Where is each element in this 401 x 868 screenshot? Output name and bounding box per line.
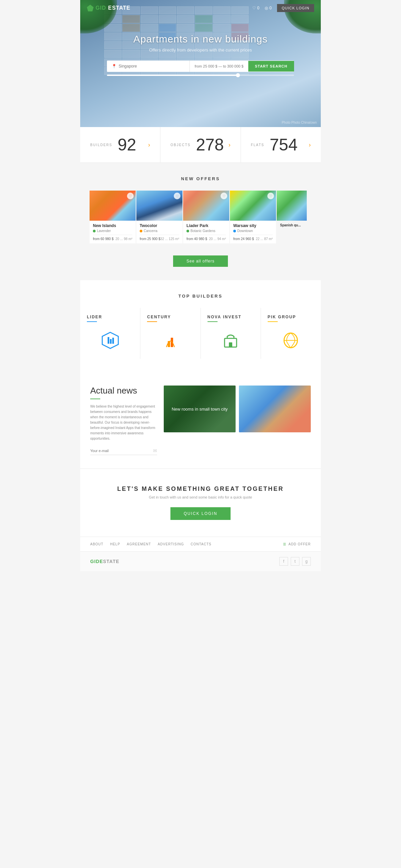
offer-price-3: from 40 980 $ [187,237,207,241]
builder-lider-name: LIDER [87,315,133,319]
offer-info-4: Warsaw sity Downtown from 24 960 $ 22 ..… [230,221,276,243]
cta-subtitle: Get in touch with us and send some basic… [87,495,314,499]
flats-number: 754 [270,136,297,153]
offer-location-1: Lavender [93,229,132,233]
plus-icon: ☰ [283,542,287,546]
offer-size-4: 22 ... 87 m² [256,237,273,241]
logo[interactable]: GIDESTATE [87,5,130,11]
email-input-wrap: ✉ [90,448,157,455]
stat-objects: OBJECTS 278 › [160,127,241,162]
top-builders-section: TOP BUILDERS LIDER CENTURY [80,280,321,372]
range-slider-thumb[interactable] [236,73,240,77]
add-offer-button[interactable]: ☰ ADD OFFER [283,542,311,546]
footer-nav: ABOUT HELP AGREEMENT ADVERTISING CONTACT… [80,537,321,551]
email-icon: ✉ [153,448,157,454]
svg-rect-2 [110,339,111,344]
location-dot-3 [187,230,189,232]
builder-pik-group-name: PIK GROUP [268,315,314,319]
offer-image-5 [277,191,307,221]
top-builders-title: TOP BUILDERS [80,293,321,299]
offer-location-4: Downtown [233,229,273,233]
offer-favorite-1[interactable]: ♡ [127,193,134,199]
location-dot-4 [233,230,236,232]
flats-label: FLATS [251,143,264,147]
footer-link-help[interactable]: HELP [110,542,120,546]
stats-section: BUILDERS 92 › OBJECTS 278 › FLATS 754 › [80,127,321,163]
news-image-overlay-1: New rooms in small town city [164,385,236,432]
news-image-1[interactable]: New rooms in small town city [164,385,236,432]
flats-arrow[interactable]: › [309,142,311,149]
footer-logo-estate: STATE [103,559,119,564]
news-image-text-1: New rooms in small town city [168,407,231,412]
offer-info-3: Liader Park Botanic Gardens from 40 980 … [183,221,229,243]
builder-century[interactable]: CENTURY [140,308,201,359]
eye-icon: ◎ [265,6,268,10]
news-left-panel: Actual news We believe the highest level… [90,385,157,455]
nova-invest-logo-icon [222,332,239,349]
offer-price-1: from 60 980 $ [93,237,113,241]
lider-logo-icon [102,332,119,349]
builder-century-name: CENTURY [147,315,194,319]
news-image-2[interactable] [239,385,311,432]
social-button-3[interactable]: g [302,557,311,566]
builder-nova-invest-underline [207,321,218,322]
objects-label: OBJECTS [170,143,191,147]
stat-builders: BUILDERS 92 › [80,127,160,162]
footer-links: ABOUT HELP AGREEMENT ADVERTISING CONTACT… [90,542,211,546]
offer-card-1[interactable]: ♡ New Islands Lavender from 60 980 $ 20 … [90,191,136,243]
search-location: 📍 [107,61,190,72]
footer-logo-gid: GIDE [90,559,103,564]
see-all-button[interactable]: See all offers [173,255,228,267]
offer-name-3: Liader Park [187,223,226,228]
quick-login-button[interactable]: QUICK LOGIN [277,4,314,12]
search-location-input[interactable] [119,61,185,72]
price-from: from 25 000 $ [195,64,217,68]
offer-card-4[interactable]: ♡ Warsaw sity Downtown from 24 960 $ 22 … [230,191,276,243]
cta-title: LET'S MAKE SOMETHING GREAT TOGETHER [87,486,314,493]
offer-meta-4: from 24 960 $ 22 ... 87 m² [233,235,273,241]
header-right: ♡ 0 ◎ 0 QUICK LOGIN [252,4,314,12]
offer-price-2: from 25 900 $ [140,237,160,241]
offer-name-2: Twocolor [140,223,179,228]
price-to: to 300 000 $ [223,64,243,68]
builder-lider-underline [87,321,97,322]
builders-arrow[interactable]: › [148,142,150,149]
footer-link-agreement[interactable]: AGREEMENT [127,542,151,546]
offer-favorite-2[interactable]: ♡ [174,193,180,199]
offer-meta-2: from 25 900 $ 32 ... 125 m² [140,235,179,241]
builder-pik-group[interactable]: PIK GROUP [261,308,321,359]
offers-scroll: ♡ New Islands Lavender from 60 980 $ 20 … [80,191,321,249]
price-range-slider[interactable] [107,74,294,76]
footer-link-advertising[interactable]: ADVERTISING [158,542,184,546]
offer-favorite-3[interactable]: ♡ [221,193,227,199]
social-button-2[interactable]: t [291,557,299,566]
range-slider-fill [107,74,238,76]
builder-nova-invest-name: NOVA INVEST [207,315,254,319]
offer-card-5[interactable]: Spanish qu... [277,191,307,243]
offer-card-2[interactable]: ♡ Twocolor Cancerra from 25 900 $ 32 ...… [136,191,182,243]
news-section: Actual news We believe the highest level… [80,372,321,468]
search-button[interactable]: START SEARCH [248,61,294,71]
offer-card-3[interactable]: ♡ Liader Park Botanic Gardens from 40 98… [183,191,229,243]
objects-arrow[interactable]: › [229,142,231,149]
social-button-1[interactable]: f [279,557,288,566]
builder-lider[interactable]: LIDER [80,308,140,359]
news-description: We believe the highest level of engageme… [90,404,157,441]
news-title: Actual news [90,385,157,396]
footer-logo[interactable]: GIDESTATE [90,559,119,564]
builders-label: BUILDERS [90,143,112,147]
footer-link-about[interactable]: ABOUT [90,542,103,546]
views-group: ◎ 0 [265,6,272,10]
offer-favorite-4[interactable]: ♡ [267,193,274,199]
builder-nova-invest[interactable]: NOVA INVEST [201,308,261,359]
logo-gid-text: GID [96,5,106,11]
new-offers-section: NEW OFFERS ♡ New Islands Lavender from 6… [80,163,321,280]
location-dot-1 [93,230,96,232]
new-offers-title: NEW OFFERS [80,176,321,181]
cta-quick-login-button[interactable]: QUICK LOGIN [170,507,231,520]
email-input[interactable] [90,449,153,453]
builders-grid: LIDER CENTURY [80,308,321,359]
footer-link-contacts[interactable]: CONTACTS [191,542,211,546]
builder-lider-logo [87,329,133,352]
offer-info-1: New Islands Lavender from 60 980 $ 20 ..… [90,221,136,243]
